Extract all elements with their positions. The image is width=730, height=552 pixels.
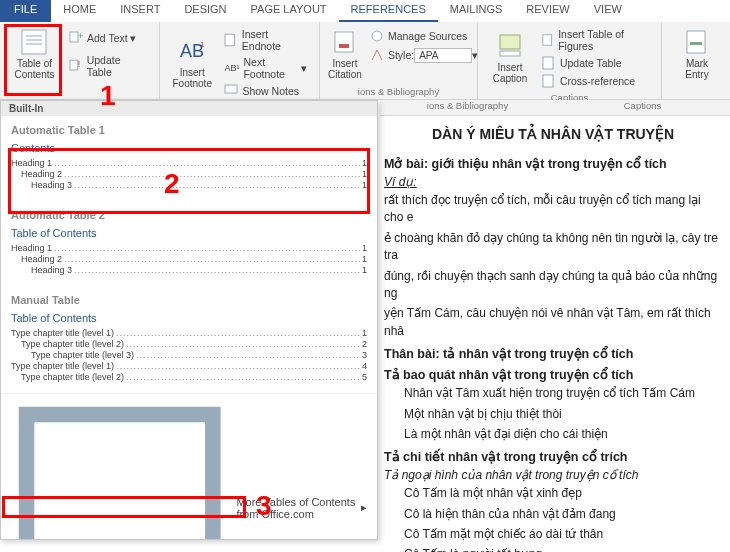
document-area[interactable]: DÀN Ý MIÊU TẢ NHÂN VẬT TRUYỆN Mở bài: gi…	[378, 116, 730, 552]
toc-line: Heading 3...............................…	[11, 180, 367, 190]
annotation-label-3: 3	[256, 490, 272, 522]
doc-p4: yện Tấm Cám, câu chuyện nói vê nhân vật …	[384, 305, 722, 340]
insert-citation-button[interactable]: Insert Citation	[326, 24, 364, 84]
group-label-citations: ions & Bibliography	[326, 86, 471, 97]
doc-p1: rất thích đọc truyện cổ tích, mỗi câu tr…	[384, 192, 722, 227]
show-notes-button[interactable]: Show Notes	[220, 82, 311, 100]
tof-icon	[542, 33, 554, 47]
next-footnote-button[interactable]: AB¹Next Footnote▾	[220, 54, 311, 82]
office-icon	[11, 399, 228, 540]
tab-design[interactable]: DESIGN	[172, 0, 238, 22]
update-cap-icon	[542, 56, 556, 70]
doc-h-thanbai: Thân bài: tả nhân vật trong truyện cổ tí…	[384, 346, 722, 361]
svg-rect-17	[543, 35, 552, 46]
toc-line: Heading 1...............................…	[11, 243, 367, 253]
ribbon-tabs: FILE HOME INSERT DESIGN PAGE LAYOUT REFE…	[0, 0, 730, 22]
update-table-button[interactable]: !Update Table	[65, 52, 151, 80]
annotation-label-1: 1	[100, 80, 116, 112]
tab-file[interactable]: FILE	[0, 0, 51, 22]
group-label-strip: ions & Bibliography Captions	[380, 100, 730, 116]
show-notes-icon	[224, 84, 238, 98]
svg-rect-10	[225, 34, 235, 45]
doc-bq1: Nhân vật Tâm xuất hiện trong truyện cổ t…	[384, 385, 722, 402]
endnote-icon	[224, 33, 237, 47]
doc-ct4: Cô Tấm là người tốt bụng	[384, 546, 722, 552]
svg-rect-19	[543, 75, 553, 87]
doc-ct2: Cô là hiện thân của nhân vật đảm đang	[384, 506, 722, 523]
add-text-icon: +	[69, 31, 83, 45]
tab-mailings[interactable]: MAILINGS	[438, 0, 515, 22]
tab-view[interactable]: VIEW	[582, 0, 634, 22]
svg-rect-6	[70, 60, 78, 70]
svg-rect-4	[70, 32, 78, 42]
insert-endnote-button[interactable]: Insert Endnote	[220, 26, 311, 54]
svg-point-14	[372, 31, 382, 41]
auto2-title: Table of Contents	[11, 227, 367, 239]
toc-icon	[18, 28, 50, 56]
annotation-label-2: 2	[164, 168, 180, 200]
tab-references[interactable]: REFERENCES	[339, 0, 438, 22]
doc-vidu: Ví dụ:	[384, 175, 722, 189]
update-icon: !	[69, 59, 83, 73]
cross-reference-button[interactable]: Cross-reference	[538, 72, 653, 90]
svg-text:+: +	[78, 31, 83, 41]
insert-tof-button[interactable]: Insert Table of Figures	[538, 26, 653, 54]
insert-caption-button[interactable]: Insert Caption	[484, 24, 536, 92]
crossref-icon	[542, 74, 556, 88]
doc-bq2: Một nhân vật bị chịu thiệt thòi	[384, 406, 722, 423]
svg-rect-11	[225, 85, 237, 93]
doc-ct1: Cô Tấm là một nhân vật xinh đẹp	[384, 485, 722, 502]
doc-h-mobai: Mở bài: giới thiệu nhân vật trong truyện…	[384, 156, 722, 171]
svg-rect-15	[500, 35, 520, 49]
footnote-icon: AB1	[176, 37, 208, 65]
more-from-office-menuitem[interactable]: More Tables of Contents from Office.com▸	[1, 393, 377, 540]
toc-line: Heading 1...............................…	[11, 158, 367, 168]
mark-entry-icon	[681, 28, 713, 56]
svg-rect-13	[339, 44, 349, 48]
toc-line: Type chapter title (level 2)............…	[11, 339, 367, 349]
auto-table-1-template[interactable]: Contents Heading 1......................…	[1, 142, 377, 201]
style-value[interactable]: APA	[414, 48, 472, 63]
style-select[interactable]: Style: APA▾	[366, 46, 482, 65]
tab-page-layout[interactable]: PAGE LAYOUT	[239, 0, 339, 22]
insert-footnote-button[interactable]: AB1 Insert Footnote	[166, 24, 218, 102]
manual-table-template[interactable]: Table of Contents Type chapter title (le…	[1, 312, 377, 393]
table-of-contents-button[interactable]: Table of Contents	[6, 24, 63, 84]
doc-title: DÀN Ý MIÊU TẢ NHÂN VẬT TRUYỆN	[384, 126, 722, 142]
tab-insert[interactable]: INSERT	[108, 0, 172, 22]
tab-home[interactable]: HOME	[51, 0, 108, 22]
auto-table-2-template[interactable]: Table of Contents Heading 1.............…	[1, 227, 377, 286]
citation-icon	[329, 28, 361, 56]
caption-icon	[494, 32, 526, 60]
doc-h-chitiet: Tả chi tiết nhân vật trong truyện cổ trí…	[384, 449, 722, 464]
tab-review[interactable]: REVIEW	[514, 0, 581, 22]
doc-h-ngoaihinh: Tả ngoại hình của nhân vật trong truyện …	[384, 468, 722, 482]
mark-entry-button[interactable]: Mark Entry	[668, 24, 726, 84]
toc-line: Type chapter title (level 1)............…	[11, 361, 367, 371]
svg-text:!: !	[78, 59, 80, 69]
toc-line: Heading 2...............................…	[11, 169, 367, 179]
doc-p3: đúng, rồi chuyện thạch sanh dạy chúng ta…	[384, 268, 722, 303]
svg-rect-0	[22, 30, 46, 54]
toc-dropdown: Built-In Automatic Table 1 Contents Head…	[0, 100, 378, 540]
toc-line: Heading 3...............................…	[11, 265, 367, 275]
doc-bq3: Là một nhân vật đại diện cho cái thiện	[384, 426, 722, 443]
manage-sources-button[interactable]: Manage Sources	[366, 27, 482, 45]
toc-line: Type chapter title (level 2)............…	[11, 372, 367, 382]
auto-table-1-label: Automatic Table 1	[1, 116, 377, 142]
dropdown-builtin-header: Built-In	[1, 101, 377, 116]
svg-rect-22	[27, 415, 213, 540]
update-caption-table-button[interactable]: Update Table	[538, 54, 653, 72]
doc-p2: ẻ choàng khăn đỏ dạy chúng ta không nên …	[384, 230, 722, 265]
doc-h-baoquat: Tả bao quát nhân vật trong truyện cổ tíc…	[384, 367, 722, 382]
manage-icon	[370, 29, 384, 43]
auto1-title: Contents	[11, 142, 367, 154]
svg-rect-16	[500, 51, 520, 56]
auto-table-2-label: Automatic Table 2	[1, 201, 377, 227]
svg-rect-21	[690, 42, 702, 45]
svg-text:1: 1	[200, 40, 205, 49]
add-text-button[interactable]: +Add Text▾	[65, 29, 151, 47]
toc-line: Heading 2...............................…	[11, 254, 367, 264]
toc-line: Type chapter title (level 1)............…	[11, 328, 367, 338]
toc-line: Type chapter title (level 3)............…	[11, 350, 367, 360]
